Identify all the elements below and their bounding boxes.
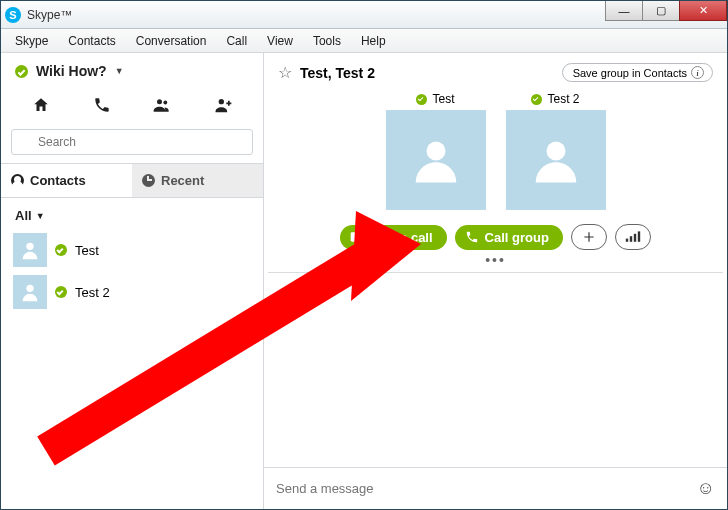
participant-label: Test 2	[531, 92, 579, 106]
sidebar-toolbar	[1, 85, 263, 129]
maximize-button[interactable]: ▢	[642, 1, 680, 21]
favorite-star-icon[interactable]: ☆	[278, 63, 292, 82]
presence-online-icon	[15, 65, 28, 78]
contacts-filter[interactable]: All ▼	[1, 198, 263, 227]
menu-conversation[interactable]: Conversation	[126, 31, 217, 51]
svg-point-1	[164, 101, 168, 105]
close-button[interactable]: ✕	[679, 1, 727, 21]
svg-rect-10	[634, 234, 636, 242]
presence-online-icon	[416, 94, 427, 105]
current-user-name: Wiki How?	[36, 63, 107, 79]
add-contact-button[interactable]	[211, 93, 235, 117]
svg-point-6	[546, 142, 565, 161]
call-buttons-row: Video call Call group	[264, 218, 727, 252]
contact-name: Test 2	[75, 285, 110, 300]
chevron-down-icon: ▼	[115, 66, 124, 76]
svg-point-0	[157, 99, 162, 104]
search-input[interactable]	[11, 129, 253, 155]
clock-icon	[142, 174, 155, 187]
conversation-title: Test, Test 2	[300, 65, 375, 81]
menu-tools[interactable]: Tools	[303, 31, 351, 51]
presence-online-icon	[55, 244, 67, 256]
avatar	[13, 275, 47, 309]
menu-bar: Skype Contacts Conversation Call View To…	[1, 29, 727, 53]
save-group-label: Save group in Contacts	[573, 67, 687, 79]
sidebar-tabs: Contacts Recent	[1, 163, 263, 198]
svg-rect-11	[638, 231, 640, 241]
menu-skype[interactable]: Skype	[5, 31, 58, 51]
info-icon: i	[691, 66, 704, 79]
save-group-button[interactable]: Save group in Contacts i	[562, 63, 713, 82]
call-phone-button[interactable]	[90, 93, 114, 117]
video-call-button[interactable]: Video call	[340, 225, 446, 250]
presence-online-icon	[531, 94, 542, 105]
tab-recent-label: Recent	[161, 173, 204, 188]
svg-point-3	[26, 243, 33, 250]
tab-recent[interactable]: Recent	[132, 164, 263, 197]
menu-view[interactable]: View	[257, 31, 303, 51]
call-group-label: Call group	[485, 230, 549, 245]
participants-row: Test Test 2	[264, 86, 727, 218]
menu-contacts[interactable]: Contacts	[58, 31, 125, 51]
home-button[interactable]	[29, 93, 53, 117]
contact-name: Test	[75, 243, 99, 258]
svg-point-5	[426, 142, 445, 161]
participant-name: Test 2	[547, 92, 579, 106]
content-area: Wiki How? ▼ 🔍 Contacts Rece	[1, 53, 727, 509]
call-group-button[interactable]: Call group	[455, 225, 563, 250]
app-window: S Skype™ — ▢ ✕ Skype Contacts Conversati…	[0, 0, 728, 510]
tab-contacts[interactable]: Contacts	[1, 164, 132, 197]
skype-logo-icon: S	[5, 7, 21, 23]
video-icon	[350, 231, 366, 243]
call-quality-button[interactable]	[615, 224, 651, 250]
contact-item[interactable]: Test 2	[9, 271, 255, 313]
participant[interactable]: Test	[386, 92, 486, 210]
title-bar: S Skype™ — ▢ ✕	[1, 1, 727, 29]
participant-name: Test	[432, 92, 454, 106]
tab-contacts-label: Contacts	[30, 173, 86, 188]
phone-icon	[465, 230, 479, 244]
video-call-label: Video call	[372, 230, 432, 245]
add-participant-button[interactable]	[571, 224, 607, 250]
svg-point-4	[26, 285, 33, 292]
participant-label: Test	[416, 92, 454, 106]
contact-item[interactable]: Test	[9, 229, 255, 271]
participant[interactable]: Test 2	[506, 92, 606, 210]
more-actions-icon[interactable]: •••	[264, 252, 727, 270]
sidebar-header[interactable]: Wiki How? ▼	[1, 53, 263, 85]
message-input-bar: ☺	[264, 467, 727, 509]
menu-call[interactable]: Call	[216, 31, 257, 51]
divider	[268, 272, 723, 273]
person-icon	[11, 174, 24, 187]
avatar	[506, 110, 606, 210]
emoji-picker-icon[interactable]: ☺	[697, 478, 715, 499]
presence-online-icon	[55, 286, 67, 298]
minimize-button[interactable]: —	[605, 1, 643, 21]
svg-rect-9	[630, 236, 632, 242]
sidebar: Wiki How? ▼ 🔍 Contacts Rece	[1, 53, 264, 509]
window-controls: — ▢ ✕	[606, 1, 727, 21]
plus-icon	[582, 230, 596, 244]
contacts-filter-label: All	[15, 208, 32, 223]
chevron-down-icon: ▼	[36, 211, 45, 221]
group-button[interactable]	[150, 93, 174, 117]
avatar	[386, 110, 486, 210]
menu-help[interactable]: Help	[351, 31, 396, 51]
search-wrap: 🔍	[1, 129, 263, 163]
window-title: Skype™	[27, 8, 72, 22]
conversation-panel: ☆ Test, Test 2 Save group in Contacts i …	[264, 53, 727, 509]
avatar	[13, 233, 47, 267]
svg-rect-7	[351, 232, 360, 241]
svg-rect-8	[626, 239, 628, 242]
message-input[interactable]	[276, 481, 697, 496]
message-area	[264, 275, 727, 467]
signal-bars-icon	[625, 231, 641, 243]
conversation-header: ☆ Test, Test 2 Save group in Contacts i	[264, 53, 727, 86]
svg-point-2	[218, 99, 223, 104]
contact-list: Test Test 2	[1, 227, 263, 509]
